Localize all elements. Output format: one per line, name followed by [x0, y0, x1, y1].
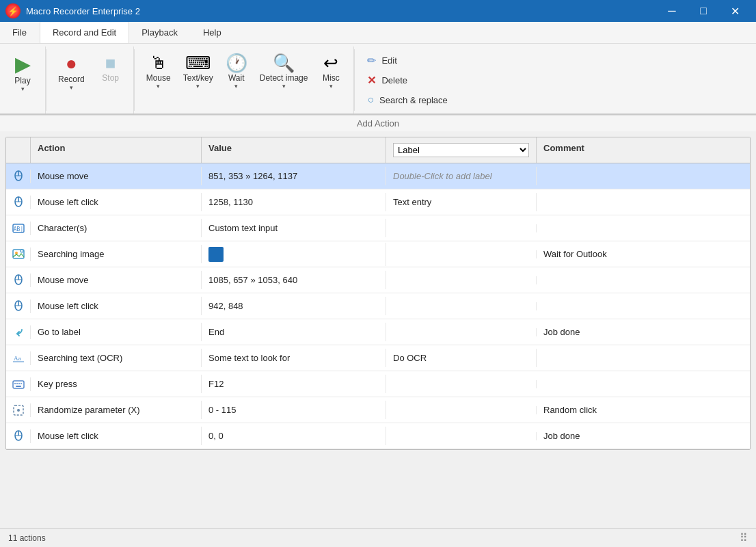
ribbon-group-play: ▶ Play ▾: [0, 46, 46, 114]
detect-image-icon: 🔍: [273, 54, 295, 72]
row-action: Key press: [31, 375, 202, 393]
wait-icon: 🕐: [226, 54, 247, 72]
ribbon-right-actions: ✏ Edit ✕ Delete ○ Search & replace: [355, 46, 464, 114]
table-row[interactable]: Go to label End Job done: [6, 319, 750, 345]
row-action: Character(s): [31, 219, 202, 237]
detect-image-label: Detect image: [260, 73, 308, 83]
table-row[interactable]: AB| Character(s) Custom text input: [6, 215, 750, 241]
row-label[interactable]: Do OCR: [386, 349, 537, 367]
maximize-button[interactable]: □: [688, 0, 719, 22]
row-icon: AB|: [6, 222, 31, 235]
search-replace-button[interactable]: ○ Search & replace: [363, 92, 456, 108]
table-header: Action Value Label None All Comment: [6, 137, 750, 163]
row-comment: Job done: [537, 427, 750, 445]
search-replace-label: Search & replace: [379, 95, 448, 105]
row-value: F12: [202, 375, 386, 393]
minimize-button[interactable]: ─: [656, 0, 688, 22]
row-value: Custom text input: [202, 219, 386, 237]
ribbon: ▶ Play ▾ ● Record ▾ ■ Stop 🖱 Mouse: [0, 44, 756, 115]
label-dropdown[interactable]: Label None All: [393, 143, 529, 157]
row-label[interactable]: Text entry: [386, 193, 537, 211]
edit-icon: ✏: [367, 54, 376, 67]
table-row[interactable]: Mouse move 1085, 657 » 1053, 640: [6, 267, 750, 293]
th-label: Label None All: [386, 137, 537, 163]
row-label[interactable]: [386, 406, 537, 414]
menu-playback[interactable]: Playback: [129, 22, 191, 43]
delete-button[interactable]: ✕ Delete: [363, 72, 456, 89]
row-icon: Aa: [6, 351, 31, 365]
row-comment: [537, 354, 750, 362]
textkey-label: Text/key: [183, 73, 213, 83]
row-action: Searching image: [31, 245, 202, 263]
table-row[interactable]: Mouse left click 0, 0 Job done: [6, 423, 750, 449]
row-value: 0 - 115: [202, 401, 386, 419]
record-label: Record: [58, 75, 85, 84]
table-row[interactable]: Randomize parameter (X) 0 - 115 Random c…: [6, 397, 750, 423]
row-value: 851, 353 » 1264, 1137: [202, 167, 386, 185]
row-value: End: [202, 323, 386, 341]
table-row[interactable]: Mouse move 851, 353 » 1264, 1137 Double-…: [6, 163, 750, 189]
row-label[interactable]: [386, 380, 537, 388]
mouse-icon: 🖱: [150, 54, 167, 72]
row-action: Mouse move: [31, 271, 202, 289]
edit-button[interactable]: ✏ Edit: [363, 52, 456, 69]
th-value: Value: [202, 137, 386, 163]
row-comment: [537, 224, 750, 232]
table-row[interactable]: Aa Searching text (OCR) Some text to loo…: [6, 345, 750, 371]
table-row[interactable]: Key press F12: [6, 371, 750, 397]
detect-image-arrow: ▾: [282, 83, 286, 90]
play-icon: ▶: [15, 54, 31, 75]
row-label[interactable]: [386, 432, 537, 440]
record-icon: ●: [66, 54, 77, 73]
svg-point-26: [17, 409, 20, 412]
textkey-arrow: ▾: [196, 83, 200, 90]
resize-grip: ⠿: [740, 531, 748, 544]
row-label[interactable]: [386, 328, 537, 336]
row-comment: Job done: [537, 323, 750, 341]
wait-label: Wait: [228, 73, 245, 83]
menu-file[interactable]: File: [0, 22, 40, 43]
row-action: Go to label: [31, 323, 202, 341]
menu-record-edit[interactable]: Record and Edit: [40, 22, 129, 43]
app-title: Macro Recorder Enterprise 2: [26, 6, 656, 16]
svg-rect-19: [13, 381, 24, 388]
wait-button[interactable]: 🕐 Wait ▾: [219, 49, 254, 94]
th-comment: Comment: [537, 137, 750, 163]
misc-icon: ↩: [323, 54, 338, 72]
row-value: [202, 243, 386, 266]
row-icon: [6, 248, 31, 261]
table-row[interactable]: Mouse left click 1258, 1130 Text entry: [6, 189, 750, 215]
play-arrow: ▾: [21, 85, 25, 92]
menu-help[interactable]: Help: [191, 22, 234, 43]
row-action: Mouse move: [31, 167, 202, 185]
close-button[interactable]: ✕: [719, 0, 751, 22]
row-label[interactable]: Double-Click to add label: [386, 167, 537, 185]
row-icon: [6, 377, 31, 391]
row-label[interactable]: [386, 302, 537, 310]
table-row[interactable]: Mouse left click 942, 848: [6, 293, 750, 319]
app-logo: ⚡: [5, 3, 21, 18]
row-icon: [6, 274, 31, 287]
play-button[interactable]: ▶ Play ▾: [5, 49, 40, 97]
svg-text:AB|: AB|: [13, 226, 23, 232]
row-icon: [6, 196, 31, 209]
row-label[interactable]: [386, 224, 537, 232]
row-value: Some text to look for: [202, 349, 386, 367]
textkey-button[interactable]: ⌨ Text/key ▾: [177, 49, 219, 94]
row-value: 1085, 657 » 1053, 640: [202, 271, 386, 289]
misc-button[interactable]: ↩ Misc ▾: [314, 49, 348, 94]
row-comment: Random click: [537, 401, 750, 419]
mouse-button[interactable]: 🖱 Mouse ▾: [140, 49, 177, 94]
row-label[interactable]: [386, 276, 537, 284]
menu-bar: File Record and Edit Playback Help: [0, 22, 756, 44]
svg-rect-8: [13, 250, 24, 258]
row-icon: [6, 403, 31, 417]
row-comment: [537, 302, 750, 310]
stop-button[interactable]: ■ Stop: [94, 49, 128, 88]
detect-image-button[interactable]: 🔍 Detect image ▾: [254, 49, 314, 94]
row-label[interactable]: [386, 250, 537, 258]
record-button[interactable]: ● Record ▾: [52, 49, 91, 96]
mouse-arrow: ▾: [157, 83, 160, 90]
table-row[interactable]: Searching image Wait for Outlook: [6, 241, 750, 267]
row-comment: Wait for Outlook: [537, 245, 750, 263]
